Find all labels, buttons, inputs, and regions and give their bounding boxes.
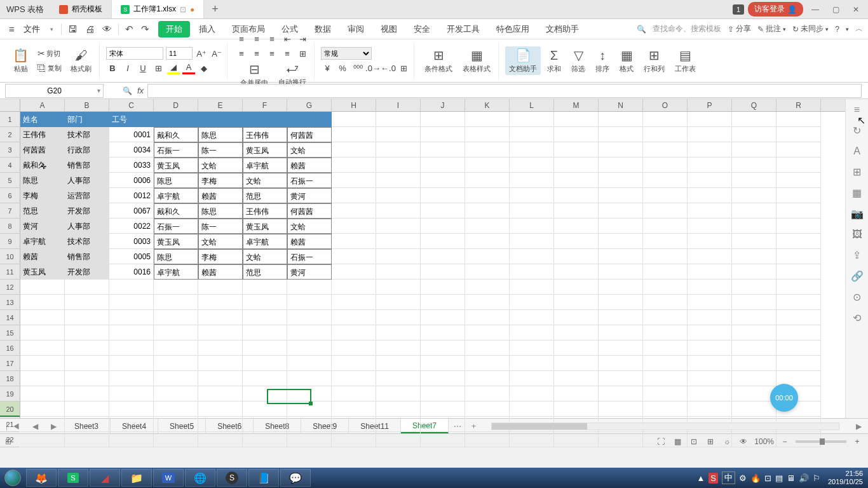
cell-L14[interactable] xyxy=(510,310,554,325)
cell-G13[interactable] xyxy=(287,295,332,310)
cell-C17[interactable] xyxy=(109,356,154,371)
cell-G1[interactable] xyxy=(287,112,332,127)
cell-G12[interactable] xyxy=(287,280,332,295)
cell-I8[interactable] xyxy=(376,219,421,234)
side-share-icon[interactable]: ⇪ xyxy=(853,249,861,261)
cell-K8[interactable] xyxy=(465,219,510,234)
cell-Q9[interactable] xyxy=(732,234,776,249)
row-header-17[interactable]: 17 xyxy=(0,356,20,371)
cell-F13[interactable] xyxy=(243,295,287,310)
cell-M6[interactable] xyxy=(554,188,599,203)
cell-L4[interactable] xyxy=(510,158,554,173)
cell-N14[interactable] xyxy=(599,310,643,325)
cell-H14[interactable] xyxy=(332,310,376,325)
ribbon-tab-视图[interactable]: 视图 xyxy=(373,21,405,37)
cell-N15[interactable] xyxy=(599,325,643,341)
cell-C13[interactable] xyxy=(109,295,154,310)
cell-L3[interactable] xyxy=(510,142,554,158)
cell-J11[interactable] xyxy=(421,264,465,280)
cell-H7[interactable] xyxy=(332,203,376,219)
cell-I2[interactable] xyxy=(376,127,421,142)
cell-F14[interactable] xyxy=(243,310,287,325)
side-history-icon[interactable]: ⟲ xyxy=(853,312,861,324)
cell-B13[interactable] xyxy=(65,295,109,310)
column-header-R[interactable]: R xyxy=(776,99,821,111)
timer-bubble[interactable]: 00:00 xyxy=(770,384,798,412)
column-header-A[interactable]: A xyxy=(20,99,65,111)
file-dropdown[interactable]: ▾ xyxy=(45,26,58,32)
cell-M17[interactable] xyxy=(554,356,599,371)
decrease-indent-button[interactable]: ⇤ xyxy=(281,33,294,46)
cell-P11[interactable] xyxy=(688,264,732,280)
cell-O5[interactable] xyxy=(643,173,688,188)
cell-C3[interactable]: 0034 xyxy=(109,142,154,158)
collapse-ribbon-icon[interactable]: ︿ xyxy=(855,24,863,34)
help-icon[interactable]: ? xyxy=(835,25,839,34)
share-link[interactable]: ⇪分享 xyxy=(728,24,751,34)
cell-I6[interactable] xyxy=(376,188,421,203)
column-header-N[interactable]: N xyxy=(599,99,643,111)
preview-icon[interactable]: 👁 xyxy=(98,24,116,34)
cell-H17[interactable] xyxy=(332,356,376,371)
cell-J1[interactable] xyxy=(421,112,465,127)
row-header-14[interactable]: 14 xyxy=(0,310,20,325)
cell-C21[interactable] xyxy=(109,417,154,432)
cell-F11[interactable]: 范思 xyxy=(243,264,287,280)
decrease-decimal-button[interactable]: ←.0 xyxy=(382,62,395,74)
cell-A10[interactable]: 赖茜 xyxy=(20,249,65,264)
cell-Q7[interactable] xyxy=(732,203,776,219)
cell-I10[interactable] xyxy=(376,249,421,264)
sum-button[interactable]: Σ求和 xyxy=(543,47,565,75)
cell-R6[interactable] xyxy=(776,188,821,203)
cell-Q17[interactable] xyxy=(732,356,776,371)
cell-K3[interactable] xyxy=(465,142,510,158)
cell-D2[interactable]: 戴和久 xyxy=(154,127,198,142)
cell-M22[interactable] xyxy=(554,432,599,447)
start-button[interactable] xyxy=(0,468,25,488)
sort-button[interactable]: ↕排序 xyxy=(592,47,613,75)
cell-C18[interactable] xyxy=(109,371,154,386)
cell-Q4[interactable] xyxy=(732,158,776,173)
cell-A21[interactable] xyxy=(20,417,65,432)
cell-I19[interactable] xyxy=(376,386,421,402)
taskbar-chrome[interactable]: 🌐 xyxy=(185,469,215,487)
increase-font-button[interactable]: A⁺ xyxy=(195,47,208,60)
cell-G7[interactable]: 何茜茜 xyxy=(287,203,332,219)
cell-F16[interactable] xyxy=(243,341,287,356)
cell-N19[interactable] xyxy=(599,386,643,402)
cell-O18[interactable] xyxy=(643,371,688,386)
row-header-9[interactable]: 9 xyxy=(0,234,20,249)
cell-M18[interactable] xyxy=(554,371,599,386)
new-tab-button[interactable]: + xyxy=(204,3,226,16)
side-refresh-icon[interactable]: ↻ xyxy=(853,125,861,137)
cell-H2[interactable] xyxy=(332,127,376,142)
taskbar-app1[interactable]: ◢ xyxy=(90,469,120,487)
cell-E6[interactable]: 赖茜 xyxy=(198,188,243,203)
cell-G14[interactable] xyxy=(287,310,332,325)
cell-D17[interactable] xyxy=(154,356,198,371)
cell-A16[interactable] xyxy=(20,341,65,356)
cell-N9[interactable] xyxy=(599,234,643,249)
cell-G15[interactable] xyxy=(287,325,332,341)
cell-B18[interactable] xyxy=(65,371,109,386)
align-left-button[interactable]: ≡ xyxy=(235,48,248,60)
cell-K6[interactable] xyxy=(465,188,510,203)
column-header-J[interactable]: J xyxy=(421,99,465,111)
zoom-in-button[interactable]: + xyxy=(851,437,863,447)
cell-E1[interactable] xyxy=(198,112,243,127)
format-button[interactable]: ▦格式 xyxy=(616,46,637,75)
tray-icon[interactable]: ⊡ xyxy=(764,473,771,483)
cell-R11[interactable] xyxy=(776,264,821,280)
row-header-12[interactable]: 12 xyxy=(0,280,20,295)
cell-O16[interactable] xyxy=(643,341,688,356)
cell-F4[interactable]: 卓宇航 xyxy=(243,158,287,173)
cell-E17[interactable] xyxy=(198,356,243,371)
cell-A17[interactable] xyxy=(20,356,65,371)
cell-I17[interactable] xyxy=(376,356,421,371)
currency-button[interactable]: ¥ xyxy=(321,62,334,74)
border-button[interactable]: ⊞ xyxy=(152,62,165,74)
cell-R14[interactable] xyxy=(776,310,821,325)
cell-D7[interactable]: 戴和久 xyxy=(154,203,198,219)
cell-L7[interactable] xyxy=(510,203,554,219)
column-header-I[interactable]: I xyxy=(376,99,421,111)
